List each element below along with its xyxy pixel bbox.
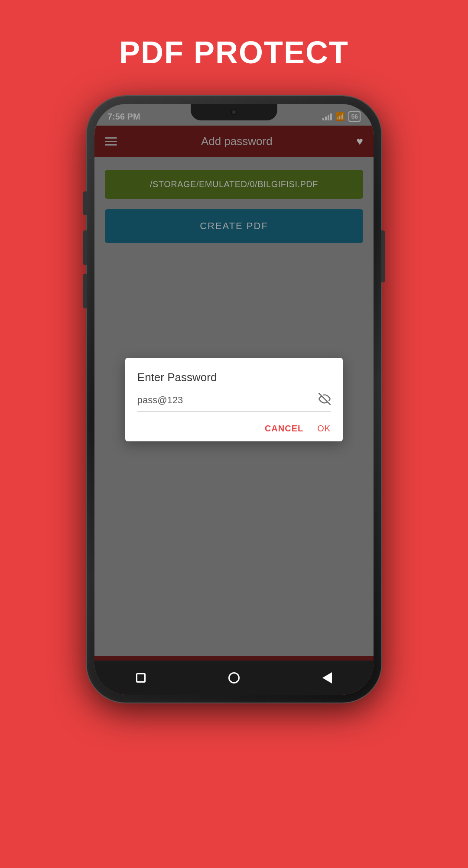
cancel-button[interactable]: CANCEL: [265, 424, 303, 434]
toggle-password-visibility-icon[interactable]: [318, 393, 331, 408]
password-input-row: [137, 393, 331, 411]
volume-down-button[interactable]: [83, 274, 87, 308]
dialog-title: Enter Password: [137, 371, 331, 384]
back-button[interactable]: [322, 672, 332, 683]
password-dialog: Enter Password CANCEL OK: [125, 358, 343, 441]
phone-notch: [191, 104, 277, 120]
front-camera: [231, 109, 237, 115]
mute-button[interactable]: [83, 191, 87, 215]
power-button[interactable]: [381, 230, 385, 282]
phone-frame: 7:56 PM 📶 56 Add passwor: [87, 96, 381, 703]
recent-apps-button[interactable]: [136, 673, 146, 683]
dialog-actions: CANCEL OK: [137, 424, 331, 434]
phone-screen: 7:56 PM 📶 56 Add passwor: [94, 104, 374, 695]
home-button[interactable]: [228, 672, 240, 683]
volume-up-button[interactable]: [83, 230, 87, 265]
ok-button[interactable]: OK: [317, 424, 331, 434]
app-title: PDF PROTECT: [119, 35, 349, 70]
password-input[interactable]: [137, 395, 318, 406]
dialog-overlay: Enter Password CANCEL OK: [94, 104, 374, 695]
system-nav-bar: [94, 661, 374, 695]
